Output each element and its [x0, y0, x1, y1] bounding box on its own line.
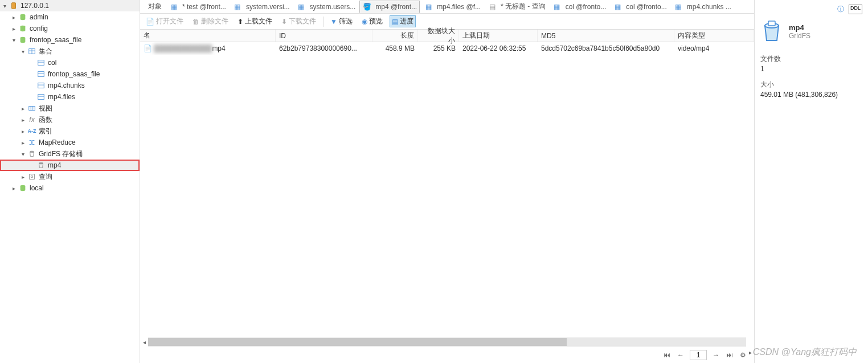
- svg-point-21: [31, 176, 33, 178]
- scroll-left-icon[interactable]: ◂: [140, 337, 148, 347]
- tab[interactable]: ▦* test @front...: [166, 1, 229, 13]
- column-header-type[interactable]: 内容类型: [674, 30, 754, 42]
- filter-icon: ▼: [330, 18, 337, 26]
- open-file-button[interactable]: 📄打开文件: [144, 15, 186, 27]
- tree-node-label: GridFS 存储桶: [39, 149, 83, 159]
- bucket-icon: 🪣: [362, 2, 371, 11]
- tab[interactable]: ▦col @fronto...: [550, 1, 609, 13]
- tab-label: col @fronto...: [626, 3, 667, 11]
- column-header-length[interactable]: 长度: [372, 30, 418, 42]
- stat-label: 大小: [760, 80, 862, 89]
- tree-node-db-admin[interactable]: ▸ admin: [0, 11, 140, 23]
- panel-subtitle: GridFS: [789, 32, 810, 40]
- table-icon: ▦: [674, 2, 683, 11]
- cell-chunk: 255 KB: [418, 42, 459, 55]
- tab-label: * 无标题 - 查询: [501, 2, 546, 11]
- tab-label: system.versi...: [246, 3, 290, 11]
- chevron-down-icon: ▾: [19, 48, 26, 55]
- column-header-md5[interactable]: MD5: [538, 30, 674, 42]
- tree-node-label: mp4.files: [48, 93, 75, 101]
- database-icon: [18, 24, 27, 33]
- tree-node-collection[interactable]: mp4.chunks: [0, 80, 140, 91]
- column-header-id[interactable]: ID: [276, 30, 372, 42]
- tree-node-queries[interactable]: ▸ 查询: [0, 171, 140, 182]
- tab-label: mp4 @front...: [375, 3, 417, 11]
- tree-node-db-local[interactable]: ▸ local: [0, 182, 140, 194]
- tree-node-bucket-mp4[interactable]: mp4: [0, 160, 140, 171]
- horizontal-scrollbar[interactable]: ◂ ▸: [140, 337, 754, 347]
- tree-node-functions[interactable]: ▸ fx 函数: [0, 114, 140, 125]
- tree-node-db-frontop[interactable]: ▾ frontop_saas_file: [0, 34, 140, 46]
- cell-length: 458.9 MB: [372, 42, 418, 55]
- table-icon: ▦: [297, 2, 306, 11]
- table-icon: [36, 92, 46, 101]
- sidebar: ▾ 127.0.0.1 ▸ admin ▸ config ▾ frontop_s…: [0, 0, 140, 363]
- column-header-name[interactable]: 名: [140, 30, 276, 42]
- file-icon: 📄: [144, 44, 152, 52]
- page-prev-button[interactable]: ←: [676, 351, 685, 359]
- tab-active[interactable]: 🪣mp4 @front...: [359, 1, 420, 13]
- pagination: ⏮ ← → ⏭ ⚙: [140, 347, 754, 363]
- page-last-button[interactable]: ⏭: [725, 351, 734, 359]
- svg-rect-11: [38, 83, 44, 88]
- table-icon: [36, 58, 46, 67]
- chevron-down-icon: ▾: [19, 150, 26, 157]
- column-header-date[interactable]: 上载日期: [459, 30, 538, 42]
- tab[interactable]: ▦mp4.files @f...: [421, 1, 484, 13]
- tree-node-views[interactable]: ▸ 视图: [0, 103, 140, 114]
- page-first-button[interactable]: ⏮: [662, 351, 672, 359]
- cell-date: 2022-06-22 06:32:55: [459, 42, 538, 55]
- chevron-right-icon: ▸: [10, 25, 17, 32]
- view-icon: [27, 104, 36, 113]
- ddl-icon[interactable]: DDL: [849, 5, 862, 14]
- tree-node-label: 索引: [39, 127, 52, 136]
- tab[interactable]: ▦mp4.chunks ...: [671, 1, 734, 13]
- download-file-button[interactable]: ⬇下载文件: [279, 15, 318, 27]
- delete-file-button[interactable]: 🗑删除文件: [190, 15, 231, 27]
- tab[interactable]: ▦system.users...: [294, 1, 359, 13]
- tree-node-label: col: [48, 59, 56, 67]
- button-label: 上载文件: [245, 17, 272, 26]
- tab-label: mp4.chunks ...: [687, 3, 731, 11]
- chevron-right-icon: ▸: [19, 173, 26, 180]
- page-input[interactable]: [690, 350, 707, 360]
- tab-label: mp4.files @f...: [437, 3, 481, 11]
- cell-name-suffix: mp4: [212, 44, 225, 52]
- tree-node-indexes[interactable]: ▸ A-Z 索引: [0, 125, 140, 137]
- tab-label: col @fronto...: [566, 3, 607, 11]
- tree-node-gridfs[interactable]: ▾ GridFS 存储桶: [0, 148, 140, 160]
- tree-node-collection[interactable]: mp4.files: [0, 91, 140, 103]
- tab-leading-label[interactable]: 对象: [145, 2, 165, 11]
- tree-node-label: 127.0.0.1: [21, 2, 49, 10]
- svg-rect-9: [38, 72, 44, 77]
- progress-icon: ▤: [392, 18, 398, 26]
- tab-label: system.users...: [310, 3, 356, 11]
- page-next-button[interactable]: →: [711, 351, 720, 359]
- column-header-chunk[interactable]: 数据块大小: [418, 30, 459, 42]
- button-label: 删除文件: [201, 17, 228, 26]
- scroll-right-icon[interactable]: ▸: [746, 347, 754, 357]
- tree-node-db-config[interactable]: ▸ config: [0, 23, 140, 34]
- query-icon: [27, 172, 36, 181]
- tab[interactable]: ▤* 无标题 - 查询: [485, 0, 548, 13]
- right-panel: ⓘ DDL mp4 GridFS 文件数 1 大小 459.01 MB (481…: [754, 0, 868, 363]
- info-icon[interactable]: ⓘ: [837, 5, 844, 14]
- filter-button[interactable]: ▼筛选: [328, 15, 355, 27]
- tab[interactable]: ▦system.versi...: [230, 1, 293, 13]
- tab[interactable]: ▦col @fronto...: [610, 1, 670, 13]
- tree-node-collections[interactable]: ▾ 集合: [0, 46, 140, 57]
- upload-file-button[interactable]: ⬆上载文件: [235, 15, 275, 27]
- server-icon: [9, 1, 18, 10]
- tree-node-collection[interactable]: frontop_saas_file: [0, 68, 140, 80]
- bucket-icon: [27, 149, 36, 158]
- chevron-right-icon: ▸: [19, 128, 26, 134]
- preview-button[interactable]: ◉预览: [359, 15, 385, 27]
- progress-button[interactable]: ▤进度: [390, 15, 416, 27]
- tree-node-server[interactable]: ▾ 127.0.0.1: [0, 0, 140, 11]
- tree-node-collection[interactable]: col: [0, 57, 140, 68]
- tree-node-mapreduce[interactable]: ▸ MapReduce: [0, 137, 140, 148]
- svg-rect-13: [38, 95, 44, 100]
- table-icon: ▦: [233, 2, 242, 11]
- table-row[interactable]: 📄 ████████████mp4 62b2b79738300000690...…: [140, 42, 754, 55]
- download-icon: ⬇: [281, 18, 287, 26]
